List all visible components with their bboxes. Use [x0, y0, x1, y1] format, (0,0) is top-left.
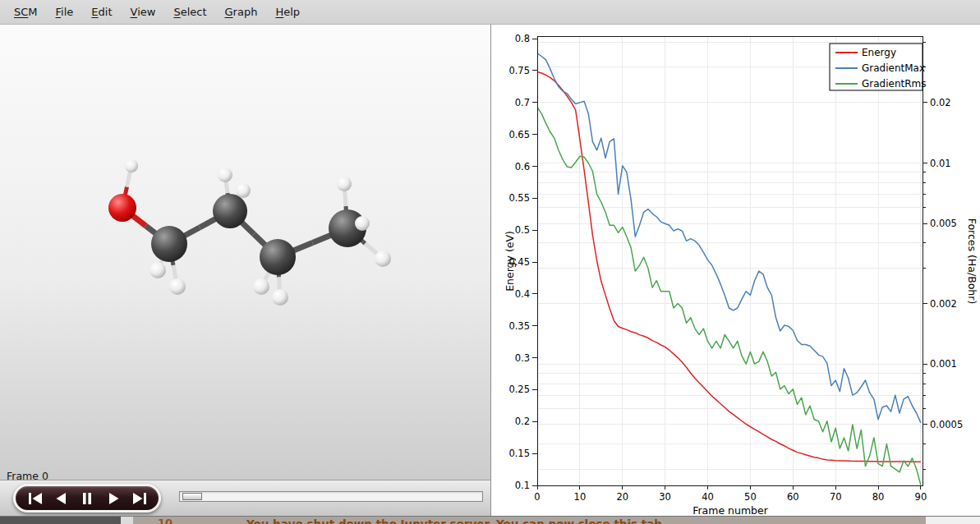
left-tick-label: 0.4	[515, 288, 530, 300]
atom-h[interactable]	[375, 251, 391, 267]
right-tick-label: 0.001	[930, 358, 957, 370]
chart-svg[interactable]: 0.80.750.70.650.60.550.50.450.40.350.30.…	[492, 25, 980, 516]
menu-item-file[interactable]: File	[47, 2, 83, 21]
atom-h[interactable]	[125, 159, 138, 172]
step-back-icon	[52, 490, 70, 508]
menu-bar: SCMFileEditViewSelectGraphHelp	[0, 0, 980, 25]
atom-h[interactable]	[236, 183, 251, 198]
left-tick-label: 0.75	[508, 65, 530, 76]
play-button[interactable]	[104, 490, 123, 508]
right-tick-label: 0.005	[930, 218, 957, 229]
playback-controls-row	[0, 480, 491, 516]
frame-slider[interactable]	[179, 491, 483, 502]
atom-h[interactable]	[218, 168, 232, 182]
atom-c[interactable]	[213, 194, 247, 228]
molecule-3d-view[interactable]	[0, 25, 491, 479]
atom-h[interactable]	[355, 216, 370, 231]
legend-label: GradientMax	[862, 62, 925, 74]
left-tick-label: 0.8	[515, 33, 530, 44]
left-tick-label: 0.25	[508, 384, 530, 395]
legend-label: GradientRms	[862, 78, 927, 90]
browser-strip-gap	[121, 517, 133, 524]
x-axis-title: Frame number	[692, 504, 769, 516]
left-tick-label: 0.7	[515, 97, 530, 108]
x-tick-label: 60	[787, 491, 799, 503]
skip-to-end-button[interactable]	[129, 490, 149, 508]
atom-h[interactable]	[253, 278, 269, 295]
left-axis-title: Energy (eV)	[504, 231, 516, 292]
atom-o[interactable]	[108, 194, 136, 222]
skip-end-icon	[130, 490, 148, 508]
x-tick-label: 0	[534, 491, 540, 503]
x-tick-label: 80	[872, 491, 885, 503]
plot-frame	[537, 36, 922, 485]
right-axis-title: Forces (Ha/Bohr)	[966, 218, 978, 305]
browser-strip-right-block	[926, 517, 980, 524]
atom-h[interactable]	[272, 289, 288, 306]
x-tick-label: 10	[574, 491, 587, 503]
right-tick-label: 0.0005	[930, 419, 963, 430]
jupyter-shutdown-message: You have shut down the Jupyter server. Y…	[246, 517, 666, 524]
browser-strip-left-block	[0, 517, 121, 524]
atom-h[interactable]	[337, 177, 352, 191]
background-browser-strip: 10 You have shut down the Jupyter server…	[0, 516, 980, 524]
series-energy	[537, 71, 921, 462]
legend-label: Energy	[862, 47, 896, 58]
left-tick-label: 0.6	[515, 161, 530, 172]
x-tick-label: 90	[915, 491, 927, 503]
x-tick-label: 30	[659, 491, 671, 503]
skip-start-icon	[26, 490, 44, 508]
player-button-cluster	[13, 484, 161, 513]
x-tick-label: 50	[744, 491, 757, 503]
play-icon	[104, 490, 122, 508]
atom-h[interactable]	[150, 262, 166, 278]
left-tick-label: 0.15	[508, 448, 530, 459]
series-gradientrms	[537, 107, 921, 485]
x-tick-label: 70	[830, 491, 842, 503]
molecule-viewport[interactable]: Frame 0 Geometry 1, Energy: 0.02759 Ha	[0, 25, 491, 480]
series-gradientmax	[537, 53, 921, 423]
right-tick-label: 0.01	[930, 158, 951, 169]
pause-button[interactable]	[77, 490, 97, 508]
menu-item-scm[interactable]: SCM	[5, 2, 47, 21]
x-tick-label: 40	[702, 491, 714, 503]
left-tick-label: 0.5	[515, 224, 530, 236]
right-tick-label: 0.02	[930, 97, 951, 108]
atom-c[interactable]	[151, 226, 187, 262]
left-tick-label: 0.2	[515, 416, 530, 427]
jupyter-cell-number: 10	[158, 517, 173, 524]
menu-item-graph[interactable]: Graph	[216, 2, 267, 21]
x-tick-label: 20	[616, 491, 628, 503]
left-tick-label: 0.1	[515, 480, 530, 491]
pause-icon	[78, 490, 96, 508]
menu-item-select[interactable]: Select	[164, 2, 215, 21]
atom-h[interactable]	[169, 278, 186, 295]
left-tick-label: 0.3	[515, 352, 530, 364]
frame-slider-thumb[interactable]	[182, 493, 202, 500]
left-tick-label: 0.55	[508, 192, 530, 204]
menu-item-view[interactable]: View	[122, 2, 165, 21]
left-tick-label: 0.35	[508, 320, 530, 332]
left-tick-label: 0.65	[508, 129, 530, 140]
atom-c[interactable]	[260, 239, 296, 275]
skip-to-start-button[interactable]	[25, 490, 45, 508]
convergence-chart[interactable]: 0.80.750.70.650.60.550.50.450.40.350.30.…	[492, 25, 980, 516]
right-tick-label: 0.002	[930, 298, 957, 310]
menu-item-edit[interactable]: Edit	[82, 2, 121, 21]
menu-item-help[interactable]: Help	[266, 2, 309, 21]
step-back-button[interactable]	[51, 490, 71, 508]
